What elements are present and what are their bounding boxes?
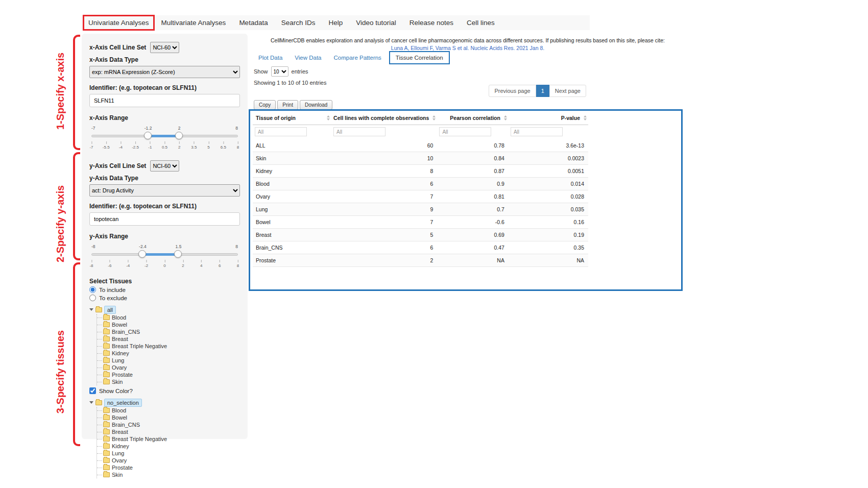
annotation-step1-label: 1-Specify x-axis [55, 40, 66, 142]
show-color-checkbox[interactable] [89, 387, 96, 394]
tissue-item-lung[interactable]: Lung [103, 357, 240, 364]
previous-page-button[interactable]: Previous page [489, 85, 536, 97]
annotation-step3-label: 3-Specify tissues [55, 316, 66, 428]
x-identifier-label: Identifier: (e.g. topotecan or SLFN11) [89, 84, 240, 91]
next-page-button[interactable]: Next page [549, 85, 586, 97]
tree-root-all[interactable]: all [89, 305, 240, 314]
nav-release-notes[interactable]: Release notes [403, 19, 460, 27]
color-tissue-item-lung[interactable]: Lung [103, 450, 240, 457]
y-cell-line-set-select[interactable]: NCI-60 [150, 160, 179, 172]
tissue-item-kidney[interactable]: Kidney [103, 350, 240, 357]
color-tissue-item-brain-cns[interactable]: Brain_CNS [103, 421, 240, 428]
x-range-high-value: 2 [178, 126, 181, 131]
tissue-correlation-table: Tissue of origin Cell lines with complet… [253, 111, 588, 267]
tissues-exclude-radio[interactable] [89, 295, 96, 301]
citation-text: CellMinerCDB enables exploration and ana… [251, 37, 684, 44]
y-range-max-label: 8 [235, 244, 238, 249]
filter-tissue-input[interactable] [255, 127, 307, 136]
download-button[interactable]: Download [300, 100, 332, 110]
chevron-down-icon[interactable] [89, 308, 93, 311]
tab-plot-data[interactable]: Plot Data [254, 52, 287, 64]
y-data-type-select[interactable]: act: Drug Activity [89, 184, 240, 197]
controls-sidebar: x-Axis Cell Line Set NCI-60 x-Axis Data … [82, 34, 248, 439]
table-row: Prostate2NANA [253, 254, 588, 267]
nav-multivariate-analyses[interactable]: Multivariate Analyses [155, 19, 233, 27]
color-tissue-item-kidney[interactable]: Kidney [103, 443, 240, 450]
tissue-item-blood[interactable]: Blood [103, 314, 240, 321]
folder-icon [103, 379, 110, 384]
y-slider-handle-high[interactable] [174, 250, 182, 258]
column-header-p-value[interactable]: P-value [509, 111, 588, 125]
filter-pearson-input[interactable] [439, 127, 491, 136]
x-cell-line-set-label: x-Axis Cell Line Set [89, 44, 146, 51]
y-identifier-input[interactable] [89, 212, 240, 226]
color-tissue-item-breast-triple-negative[interactable]: Breast Triple Negative [103, 435, 240, 443]
folder-icon [103, 436, 110, 442]
annotation-bracket-xaxis [73, 35, 80, 150]
table-header-row: Tissue of origin Cell lines with complet… [253, 111, 588, 125]
tree-root-no-selection[interactable]: no_selection [89, 398, 240, 407]
color-tissue-item-skin[interactable]: Skin [103, 471, 240, 478]
page-1-button[interactable]: 1 [536, 85, 549, 97]
nav-metadata[interactable]: Metadata [232, 19, 274, 27]
nav-video-tutorial[interactable]: Video tutorial [349, 19, 403, 27]
nav-search-ids[interactable]: Search IDs [275, 19, 322, 27]
nav-help[interactable]: Help [322, 19, 349, 27]
tissue-item-skin[interactable]: Skin [103, 378, 240, 385]
tissue-item-prostate[interactable]: Prostate [103, 371, 240, 378]
tab-tissue-correlation[interactable]: Tissue Correlation [389, 51, 450, 64]
filter-cell-lines-input[interactable] [333, 127, 385, 136]
color-tissue-item-breast[interactable]: Breast [103, 428, 240, 435]
entries-count-select[interactable]: 10 [271, 66, 288, 77]
select-tissues-label: Select Tissues [89, 278, 240, 285]
folder-icon [103, 472, 110, 477]
show-entries-control: Show 10 entries [254, 66, 308, 77]
column-header-pearson-correlation[interactable]: Pearson correlation [437, 111, 509, 125]
tab-view-data[interactable]: View Data [290, 52, 326, 64]
x-axis-range-slider[interactable]: -7 8 -1.2 2 -7 -5.5 -4 -2.5 -1 0.5 2 3.5… [91, 124, 238, 153]
y-range-low-value: -2.4 [139, 244, 147, 249]
tissue-tree-color: no_selection Blood Bowel Brain_CNS Breas… [89, 398, 240, 478]
table-row: Breast50.690.19 [253, 229, 588, 241]
tissues-include-radio[interactable] [89, 286, 96, 293]
cellminercdb-page: 1-Specify x-axis 2-Specify y-axis 3-Spec… [0, 0, 868, 488]
y-slider-handle-low[interactable] [138, 250, 146, 258]
x-slider-handle-low[interactable] [144, 132, 152, 139]
tissue-item-brain-cns[interactable]: Brain_CNS [103, 328, 240, 335]
color-tissue-item-bowel[interactable]: Bowel [103, 414, 240, 421]
folder-icon [103, 358, 110, 363]
y-axis-range-slider[interactable]: -8 8 -2.4 1.5 -8 -6 -4 -2 0 2 4 6 8 [91, 242, 238, 272]
tissue-item-breast-triple-negative[interactable]: Breast Triple Negative [103, 343, 240, 350]
table-row: Skin100.840.0023 [253, 152, 588, 165]
color-tissue-item-prostate[interactable]: Prostate [103, 464, 240, 471]
folder-icon [103, 336, 110, 341]
print-button[interactable]: Print [277, 100, 298, 110]
column-header-tissue-of-origin[interactable]: Tissue of origin [253, 111, 331, 125]
filter-pvalue-input[interactable] [511, 127, 563, 136]
folder-icon [103, 372, 110, 377]
export-buttons: Copy Print Download [254, 100, 332, 110]
folder-icon [103, 458, 110, 463]
tissue-item-ovary[interactable]: Ovary [103, 364, 240, 371]
nav-cell-lines[interactable]: Cell lines [460, 19, 501, 27]
color-tissue-item-blood[interactable]: Blood [103, 407, 240, 414]
x-cell-line-set-select[interactable]: NCI-60 [150, 42, 179, 53]
tissue-item-bowel[interactable]: Bowel [103, 321, 240, 328]
column-header-cell-lines[interactable]: Cell lines with complete observations [331, 111, 437, 125]
tab-compare-patterns[interactable]: Compare Patterns [329, 52, 386, 64]
chevron-down-icon[interactable] [89, 401, 93, 404]
nav-univariate-analyses[interactable]: Univariate Analyses [83, 15, 155, 31]
entries-label: entries [292, 68, 308, 75]
tissue-tree-include: all Blood Bowel Brain_CNS Breast Breast … [89, 305, 240, 385]
folder-icon [103, 408, 110, 413]
folder-icon [103, 322, 110, 327]
tissue-item-breast[interactable]: Breast [103, 335, 240, 343]
color-tissue-item-ovary[interactable]: Ovary [103, 457, 240, 464]
y-cell-line-set-label: y-Axis Cell Line Set [89, 162, 146, 169]
y-identifier-label: Identifier: (e.g. topotecan or SLFN11) [89, 203, 240, 210]
copy-button[interactable]: Copy [254, 100, 276, 110]
show-label: Show [254, 68, 268, 75]
x-identifier-input[interactable] [89, 94, 240, 107]
x-data-type-select[interactable]: exp: mRNA Expression (Z-Score) [89, 66, 240, 78]
x-slider-handle-high[interactable] [175, 132, 183, 139]
